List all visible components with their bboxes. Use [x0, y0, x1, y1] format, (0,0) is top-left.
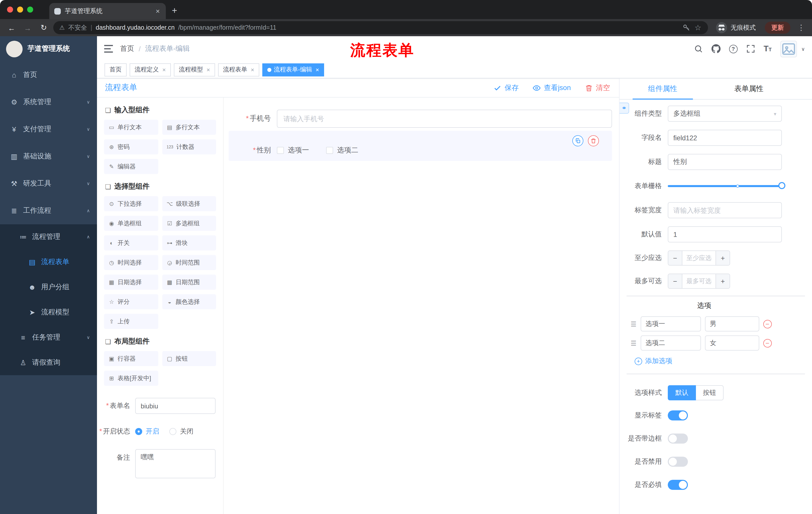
address-bar[interactable]: ⚠ 不安全 | dashboard.yudao.iocoder.cn/bpm/m… — [53, 21, 708, 34]
browser-menu-icon[interactable]: ⋮ — [798, 23, 805, 32]
palette-item-checkbox-group[interactable]: ☑多选框组 — [162, 216, 216, 231]
add-option-button[interactable]: + 添加选项 — [635, 357, 782, 366]
browser-tab[interactable]: 芋道管理系统 × — [49, 3, 166, 19]
bookmark-star-icon[interactable]: ☆ — [694, 24, 702, 32]
palette-item-color-picker[interactable]: ◒颜色选择 — [162, 294, 216, 309]
tab-form-props[interactable]: 表单属性 — [706, 78, 792, 99]
sidebar-item-home[interactable]: ⌂ 首页 — [0, 61, 97, 88]
remove-option-icon[interactable]: − — [763, 339, 772, 347]
increase-button[interactable]: + — [716, 251, 730, 265]
hamburger-icon[interactable] — [102, 42, 115, 55]
breadcrumb-home[interactable]: 首页 — [120, 44, 134, 53]
style-default-button[interactable]: 默认 — [668, 385, 696, 400]
option2-value-input[interactable] — [705, 335, 759, 351]
link-badge-icon[interactable]: ⚭ — [619, 103, 629, 114]
option2-name-input[interactable] — [640, 335, 701, 351]
palette-item-date-picker[interactable]: ▦日期选择 — [104, 275, 158, 290]
disabled-toggle[interactable] — [668, 457, 688, 467]
view-json-button[interactable]: 查看json — [533, 83, 571, 92]
fullscreen-icon[interactable] — [746, 44, 755, 53]
title-input[interactable] — [668, 154, 782, 170]
palette-item-editor[interactable]: ✎编辑器 — [104, 159, 158, 174]
palette-item-dropdown[interactable]: ⊙下拉选择 — [104, 196, 158, 211]
phone-input[interactable] — [277, 110, 612, 128]
palette-item-date-range[interactable]: ▩日期范围 — [162, 275, 216, 290]
form-name-input[interactable] — [135, 398, 215, 414]
clear-button[interactable]: 清空 — [585, 83, 610, 92]
option1-value-input[interactable] — [705, 316, 759, 331]
sidebar-item-process-model[interactable]: ➤ 流程模型 — [0, 300, 97, 325]
sidebar-item-payment[interactable]: ¥ 支付管理 ∨ — [0, 116, 97, 143]
update-button[interactable]: 更新 — [765, 22, 790, 34]
search-icon[interactable] — [694, 44, 703, 53]
field-phone[interactable]: *手机号 — [229, 110, 612, 128]
decrease-button[interactable]: − — [668, 274, 683, 288]
remove-option-icon[interactable]: − — [763, 320, 772, 328]
font-size-icon[interactable]: TT — [764, 45, 772, 53]
field-gender-selected[interactable]: *性别 选项一 选项二 — [229, 131, 612, 161]
form-remark-textarea[interactable]: 嘿嘿 — [135, 449, 215, 478]
tag-close-icon[interactable]: × — [206, 66, 210, 73]
decrease-button[interactable]: − — [668, 251, 683, 265]
zoom-window-button[interactable] — [27, 6, 33, 12]
tag-close-icon[interactable]: × — [162, 66, 166, 73]
palette-item-single-line-text[interactable]: ▭单行文本 — [104, 120, 158, 135]
tab-close-icon[interactable]: × — [155, 7, 161, 15]
tag-home[interactable]: 首页 — [105, 63, 127, 76]
palette-item-row-container[interactable]: ▣行容器 — [104, 351, 158, 366]
slider-runway[interactable] — [668, 185, 782, 187]
avatar[interactable] — [780, 40, 797, 57]
tag-process-model[interactable]: 流程模型 × — [174, 63, 215, 76]
sidebar-item-devtools[interactable]: ⚒ 研发工具 ∨ — [0, 170, 97, 197]
field-name-input[interactable] — [668, 130, 782, 146]
palette-item-upload[interactable]: ⇪上传 — [104, 314, 158, 329]
avatar-caret-icon[interactable]: ∨ — [801, 46, 805, 52]
palette-item-switch[interactable]: ◐开关 — [104, 235, 158, 250]
sidebar-item-process-manage[interactable]: ≔ 流程管理 ∧ — [0, 224, 97, 249]
palette-item-button[interactable]: ▢按钮 — [162, 351, 216, 366]
show-label-toggle[interactable] — [668, 410, 688, 421]
forward-button[interactable]: → — [21, 21, 34, 34]
sidebar-item-system[interactable]: ⚙ 系统管理 ∨ — [0, 88, 97, 116]
copy-component-button[interactable] — [572, 135, 583, 146]
label-width-input[interactable] — [668, 202, 782, 218]
passkey-icon[interactable] — [683, 24, 690, 32]
tag-close-icon[interactable]: × — [251, 66, 254, 73]
checkbox[interactable] — [277, 147, 284, 154]
delete-component-button[interactable] — [588, 135, 599, 146]
tab-component-props[interactable]: 组件属性 — [619, 78, 706, 99]
max-select-value[interactable]: 最多可选 — [683, 274, 716, 288]
palette-item-slider[interactable]: ⊶滑块 — [162, 235, 216, 250]
save-button[interactable]: 保存 — [494, 83, 519, 92]
tag-process-definition[interactable]: 流程定义 × — [129, 63, 171, 76]
grid-slider[interactable] — [668, 178, 782, 194]
checkbox[interactable] — [326, 147, 333, 154]
component-type-select[interactable]: 多选框组 ▾ — [668, 106, 782, 122]
palette-item-cascader[interactable]: ⌥级联选择 — [162, 196, 216, 211]
form-canvas[interactable]: *手机号 — [224, 98, 619, 514]
option1-name-input[interactable] — [640, 316, 701, 331]
sidebar-item-task-manage[interactable]: ≡ 任务管理 ∨ — [0, 325, 97, 350]
tag-process-form[interactable]: 流程表单 × — [218, 63, 259, 76]
palette-item-rate[interactable]: ☆评分 — [104, 294, 158, 309]
option-drag-icon[interactable]: ☰ — [631, 339, 636, 347]
palette-item-table[interactable]: ⊞表格[开发中] — [104, 371, 158, 386]
palette-item-time-picker[interactable]: ◷时间选择 — [104, 255, 158, 270]
with-border-toggle[interactable] — [668, 434, 688, 443]
sidebar-item-process-form[interactable]: ▤ 流程表单 — [0, 249, 97, 275]
github-icon[interactable] — [712, 44, 721, 53]
tag-process-form-edit[interactable]: 流程表单-编辑 × — [262, 63, 324, 76]
status-radio-on[interactable]: 开启 — [135, 427, 159, 436]
minimize-window-button[interactable] — [17, 6, 23, 12]
new-tab-button[interactable]: + — [172, 5, 177, 16]
style-button-button[interactable]: 按钮 — [696, 385, 724, 400]
sidebar-item-user-group[interactable]: ☻ 用户分组 — [0, 275, 97, 300]
default-value-input[interactable] — [668, 226, 782, 242]
increase-button[interactable]: + — [716, 274, 730, 288]
gender-checkbox-option1[interactable]: 选项一 — [277, 146, 309, 155]
slider-handle[interactable] — [778, 182, 785, 189]
status-radio-off[interactable]: 关闭 — [169, 427, 194, 436]
required-toggle[interactable] — [668, 480, 688, 490]
gender-checkbox-option2[interactable]: 选项二 — [326, 146, 358, 155]
sidebar-item-leave-query[interactable]: ♙ 请假查询 — [0, 350, 97, 375]
